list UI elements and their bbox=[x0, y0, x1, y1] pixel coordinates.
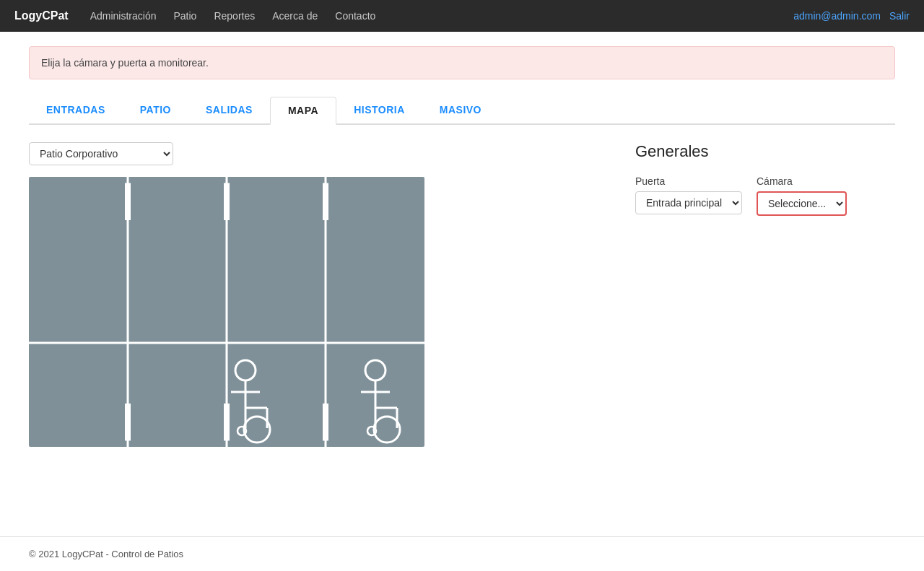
brand-logo: LogyCPat bbox=[14, 9, 69, 22]
puerta-select[interactable]: Entrada principal bbox=[635, 191, 742, 214]
patio-select-wrapper: Patio Corporativo bbox=[29, 142, 606, 165]
tab-salidas[interactable]: SALIDAS bbox=[188, 97, 270, 125]
generales-title: Generales bbox=[635, 142, 895, 161]
salir-link[interactable]: Salir bbox=[889, 10, 910, 22]
nav-administracion[interactable]: Administración bbox=[90, 10, 157, 22]
tab-entradas[interactable]: ENTRADAS bbox=[29, 97, 123, 125]
puerta-group: Puerta Entrada principal bbox=[635, 175, 742, 216]
nav-contacto[interactable]: Contacto bbox=[335, 10, 375, 22]
svg-point-24 bbox=[365, 360, 385, 380]
right-panel: Generales Puerta Entrada principal Cámar… bbox=[635, 142, 895, 447]
tab-bar: ENTRADAS PATIO SALIDAS MAPA HISTORIA MAS… bbox=[29, 97, 895, 125]
camara-select[interactable]: Seleccione... bbox=[757, 191, 847, 216]
svg-point-30 bbox=[374, 417, 400, 443]
alert-message: Elija la cámara y puerta a monitorear. bbox=[41, 57, 209, 69]
nav-acerca[interactable]: Acerca de bbox=[272, 10, 318, 22]
camara-label: Cámara bbox=[757, 175, 847, 187]
nav-patio[interactable]: Patio bbox=[174, 10, 197, 22]
footer: © 2021 LogyCPat - Control de Patios bbox=[0, 536, 924, 571]
alert-banner: Elija la cámara y puerta a monitorear. bbox=[29, 46, 895, 79]
form-row: Puerta Entrada principal Cámara Seleccio… bbox=[635, 175, 895, 216]
nav-right: admin@admin.com Salir bbox=[793, 10, 910, 22]
tab-mapa[interactable]: MAPA bbox=[270, 97, 336, 125]
tab-masivo[interactable]: MASIVO bbox=[422, 97, 499, 125]
puerta-label: Puerta bbox=[635, 175, 742, 187]
nav-reportes[interactable]: Reportes bbox=[214, 10, 255, 22]
footer-text: © 2021 LogyCPat - Control de Patios bbox=[29, 549, 183, 559]
svg-point-16 bbox=[235, 360, 256, 380]
left-panel: Patio Corporativo bbox=[29, 142, 606, 447]
content-area: Patio Corporativo bbox=[29, 142, 895, 447]
tab-historia[interactable]: HISTORIA bbox=[336, 97, 422, 125]
svg-point-22 bbox=[244, 417, 270, 443]
nav-links: Administración Patio Reportes Acerca de … bbox=[90, 10, 794, 22]
parking-map bbox=[29, 177, 424, 447]
patio-select[interactable]: Patio Corporativo bbox=[29, 142, 173, 165]
tab-patio[interactable]: PATIO bbox=[123, 97, 188, 125]
camara-group: Cámara Seleccione... bbox=[757, 175, 847, 216]
main-content: Elija la cámara y puerta a monitorear. E… bbox=[0, 32, 924, 536]
user-email: admin@admin.com bbox=[793, 10, 881, 22]
